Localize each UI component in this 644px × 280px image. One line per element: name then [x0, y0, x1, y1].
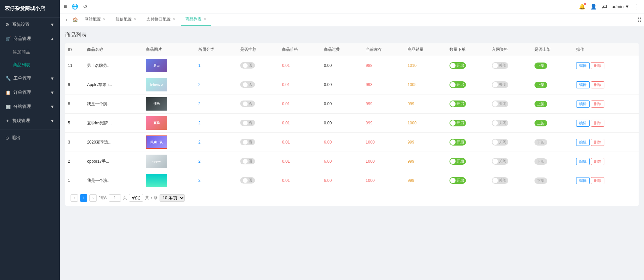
sidebar-item-logout[interactable]: ⊙ 退出: [0, 131, 60, 145]
shelf-badge[interactable]: 上架: [534, 120, 547, 126]
next-page-btn[interactable]: ›: [89, 194, 97, 202]
category-link[interactable]: 2: [198, 121, 201, 125]
recommend-toggle[interactable]: 否: [240, 62, 255, 69]
recommend-toggle[interactable]: 否: [240, 158, 255, 164]
net-access-toggle[interactable]: 关闭: [492, 101, 508, 107]
category-link[interactable]: 2: [198, 82, 201, 87]
edit-button[interactable]: 编辑: [576, 177, 590, 184]
category-link[interactable]: 2: [198, 159, 201, 164]
category-link[interactable]: 2: [198, 140, 201, 145]
min-order-toggle[interactable]: 开启: [449, 177, 466, 184]
net-access-toggle[interactable]: 关闭: [492, 81, 508, 88]
sidebar-item-add-goods[interactable]: 添加商品: [0, 46, 60, 58]
edit-button[interactable]: 编辑: [576, 120, 590, 127]
net-access-toggle[interactable]: 关闭: [492, 177, 508, 184]
cell-price: 0.01: [279, 94, 321, 114]
cell-price: 0.01: [279, 171, 321, 190]
page-goto-input[interactable]: [109, 194, 121, 202]
recommend-toggle[interactable]: 否: [240, 81, 255, 88]
min-order-toggle[interactable]: 开启: [449, 81, 466, 88]
cell-stock: 1000: [363, 171, 405, 190]
shelf-badge[interactable]: 下架: [534, 139, 547, 146]
sidebar-item-worker[interactable]: 🔧 工单管理 ▼: [0, 71, 60, 85]
delete-button[interactable]: 删除: [591, 177, 604, 184]
sidebar-label-worker: 工单管理: [13, 75, 31, 81]
tabbar-collapse-icons: ⟨⟨: [637, 16, 641, 23]
recommend-toggle[interactable]: 否: [240, 120, 255, 126]
delete-button[interactable]: 删除: [591, 62, 604, 69]
net-access-toggle[interactable]: 关闭: [492, 139, 508, 146]
cell-actions: 编辑 删除: [573, 133, 639, 152]
recommend-toggle[interactable]: 否: [240, 139, 255, 145]
tab-goods-list[interactable]: 商品列表 ✕: [181, 14, 211, 26]
edit-button[interactable]: 编辑: [576, 81, 590, 88]
tag-icon[interactable]: 🏷: [602, 4, 607, 10]
tab-home-icon[interactable]: ‹: [62, 14, 71, 25]
chevron-left-collapse-icon[interactable]: ⟨⟨: [637, 16, 641, 23]
delete-button[interactable]: 删除: [591, 101, 604, 108]
admin-dropdown[interactable]: admin ▼: [612, 4, 629, 9]
category-link[interactable]: 2: [198, 102, 201, 106]
app-logo: 宏仔杂货商城小店: [0, 0, 60, 17]
table-row: 9 Apple/苹果 i... iPhone X 2 否 0.01 0.00 9…: [65, 75, 639, 94]
tab-sms-config[interactable]: 短信配置 ✕: [111, 14, 141, 26]
category-link[interactable]: 1: [198, 63, 201, 68]
sidebar-item-goods[interactable]: 🛒 商品管理 ▲: [0, 32, 60, 46]
net-access-toggle[interactable]: 关闭: [492, 120, 508, 126]
sidebar-item-withdraw[interactable]: ＋ 提现管理 ▼: [0, 114, 60, 128]
refresh-icon[interactable]: ↺: [83, 3, 87, 10]
col-sales: 商品销量: [405, 43, 447, 56]
page-size-select[interactable]: 10 条/页 20 条/页 50 条/页: [160, 194, 185, 202]
sidebar-item-goods-list[interactable]: 商品列表: [0, 58, 60, 71]
sidebar-label-system: 系统设置: [12, 22, 30, 28]
tab-payment-config[interactable]: 支付接口配置 ✕: [142, 14, 180, 26]
table-row: 8 我是一个演... 演示 2 否 0.01 0.00 999 999 开启 关…: [65, 94, 639, 114]
col-recommend: 是否推荐: [238, 43, 280, 56]
tab-close-sms-config[interactable]: ✕: [134, 17, 136, 21]
delete-button[interactable]: 删除: [591, 158, 604, 165]
tab-close-goods-list[interactable]: ✕: [204, 17, 206, 21]
min-order-toggle[interactable]: 开启: [449, 101, 466, 107]
shelf-badge[interactable]: 下架: [534, 177, 547, 184]
delete-button[interactable]: 删除: [591, 120, 604, 127]
user-avatar-icon[interactable]: 👤: [590, 3, 597, 10]
sidebar-item-order[interactable]: 📋 订单管理 ▼: [0, 85, 60, 99]
category-link[interactable]: 2: [198, 178, 201, 183]
prev-page-btn[interactable]: ‹: [71, 194, 78, 202]
net-access-toggle[interactable]: 关闭: [492, 62, 508, 69]
notification-bell-icon[interactable]: 🔔: [579, 3, 586, 10]
min-order-toggle[interactable]: 开启: [449, 120, 466, 126]
page-1-btn[interactable]: 1: [80, 194, 87, 202]
min-order-toggle[interactable]: 开启: [449, 158, 466, 165]
cell-shelf: 上架: [532, 75, 574, 94]
tab-website-config[interactable]: 网站配置 ✕: [80, 14, 110, 26]
tab-close-website-config[interactable]: ✕: [103, 17, 105, 21]
shelf-badge[interactable]: 下架: [534, 158, 547, 165]
net-access-toggle[interactable]: 关闭: [492, 158, 508, 165]
recommend-toggle[interactable]: 否: [240, 101, 255, 107]
edit-button[interactable]: 编辑: [576, 158, 590, 165]
sidebar-item-branch[interactable]: 🏢 分站管理 ▼: [0, 99, 60, 114]
delete-button[interactable]: 删除: [591, 81, 604, 88]
min-order-toggle[interactable]: 开启: [449, 139, 466, 146]
delete-button[interactable]: 删除: [591, 139, 604, 146]
globe-icon[interactable]: 🌐: [72, 3, 78, 10]
pagination: ‹ 1 › 到第 页 确定 共 7 条 10 条/页 20 条/页 50 条/页: [65, 190, 639, 206]
menu-toggle-icon[interactable]: ≡: [64, 4, 67, 10]
more-options-icon[interactable]: ⋮: [634, 3, 640, 10]
sidebar-item-system[interactable]: ⚙ 系统设置 ▼: [0, 17, 60, 32]
recommend-toggle[interactable]: 否: [240, 177, 255, 184]
shelf-badge[interactable]: 上架: [534, 101, 547, 107]
cell-category: 2: [196, 171, 238, 190]
edit-button[interactable]: 编辑: [576, 139, 590, 146]
tab-close-payment-config[interactable]: ✕: [173, 17, 175, 21]
edit-button[interactable]: 编辑: [576, 62, 590, 69]
tab-label-sms-config: 短信配置: [116, 16, 132, 22]
tab-label-goods-list: 商品列表: [185, 16, 202, 22]
page-confirm-btn[interactable]: 确定: [129, 194, 143, 202]
home-icon[interactable]: 🏠: [71, 17, 80, 22]
shelf-badge[interactable]: 上架: [534, 82, 547, 88]
edit-button[interactable]: 编辑: [576, 101, 590, 108]
shelf-badge[interactable]: 上架: [534, 63, 547, 69]
min-order-toggle[interactable]: 开启: [449, 62, 466, 69]
